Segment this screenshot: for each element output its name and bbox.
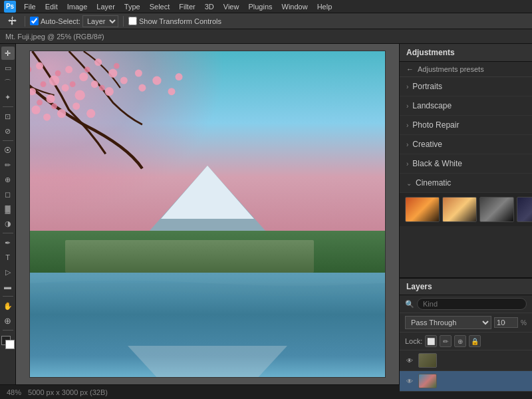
adjustment-cinematic-label: Cinematic [416, 178, 451, 188]
transform-controls-checkbox[interactable] [128, 17, 137, 25]
chevron-right-icon: › [406, 160, 408, 168]
svg-point-9 [62, 84, 69, 92]
tool-zoom[interactable]: ⊕ [1, 314, 15, 327]
svg-point-16 [43, 114, 51, 121]
auto-select-checkbox[interactable] [30, 17, 39, 25]
adjustment-landscape-label: Landscape [412, 101, 452, 110]
layers-search-input[interactable] [417, 298, 527, 310]
layer-eye-bg[interactable]: 👁 [405, 376, 414, 386]
fuji-reflection [128, 346, 287, 378]
svg-point-2 [49, 75, 59, 85]
tool-shape[interactable]: ▬ [1, 280, 15, 293]
adjustment-black-white[interactable]: › Black & White [400, 154, 532, 174]
svg-point-17 [57, 109, 66, 118]
menu-type[interactable]: Type [120, 1, 144, 12]
tool-eraser[interactable]: ◻ [1, 188, 15, 201]
fuji-mountain-snow [161, 166, 254, 219]
adjustment-landscape[interactable]: › Landscape [400, 96, 532, 116]
auto-select-dropdown[interactable]: Layer [82, 15, 118, 27]
dimensions: 5000 px x 3000 px (32B) [28, 388, 108, 396]
svg-point-32 [114, 63, 120, 69]
cinematic-thumb-3[interactable] [479, 197, 514, 222]
tool-pen[interactable]: ✒ [1, 236, 15, 249]
tool-sep-4 [3, 296, 13, 297]
tool-sep-5 [3, 330, 13, 331]
canvas-area [16, 44, 399, 384]
tool-hand[interactable]: ✋ [1, 299, 15, 313]
svg-point-1 [36, 63, 43, 70]
menu-layer[interactable]: Layer [92, 1, 119, 12]
adjustment-portraits[interactable]: › Portraits [400, 77, 532, 96]
main-area: ✛ ▭ ⌒ ✦ ⊡ ⊘ ⦿ ✏ ⊕ ◻ ▓ ◑ ✒ T ▷ ▬ ✋ ⊕ [0, 44, 532, 384]
menu-edit[interactable]: Edit [41, 1, 62, 12]
tool-type[interactable]: T [1, 251, 15, 264]
blending-mode-dropdown[interactable]: Pass Through [405, 316, 491, 329]
svg-point-33 [37, 100, 43, 106]
lock-all-btn[interactable]: 🔒 [469, 335, 481, 347]
svg-point-22 [152, 76, 161, 84]
menu-window[interactable]: Window [278, 1, 312, 12]
tool-dodge[interactable]: ◑ [1, 217, 15, 230]
tool-clone[interactable]: ⊕ [1, 173, 15, 186]
menu-file[interactable]: File [20, 1, 40, 12]
lock-image-btn[interactable]: ✏ [440, 335, 452, 347]
layers-blending-row: Pass Through % [400, 313, 532, 332]
adjustment-cinematic[interactable]: ⌄ Cinematic [400, 174, 532, 193]
menu-image[interactable]: Image [63, 1, 92, 12]
doc-tab[interactable]: Mt. Fuji.jpeg @ 25% (RGB/8#) [0, 29, 532, 44]
adjustment-portraits-label: Portraits [412, 82, 442, 91]
tool-brush[interactable]: ✏ [1, 158, 15, 172]
opacity-input[interactable] [494, 317, 518, 328]
adjustments-panel-header: Adjustments [400, 44, 532, 62]
menu-view[interactable]: View [219, 1, 243, 12]
svg-point-34 [51, 103, 57, 109]
toolbar-sep-1 [25, 16, 25, 27]
menu-help[interactable]: Help [313, 1, 336, 12]
adjustments-back-button[interactable]: ← Adjustments presets [400, 62, 532, 77]
svg-point-31 [99, 85, 105, 91]
auto-select-label: Auto-Select: [41, 17, 80, 25]
menu-filter[interactable]: Filter [175, 1, 199, 12]
adjustment-photo-repair[interactable]: › Photo Repair [400, 116, 532, 135]
tool-path-select[interactable]: ▷ [1, 265, 15, 279]
cinematic-thumb-1[interactable] [405, 197, 440, 222]
layers-lock-row: Lock: ⬜ ✏ ⊕ 🔒 [400, 332, 532, 350]
options-toolbar: Auto-Select: Layer Show Transform Contro… [0, 13, 532, 29]
svg-point-11 [91, 80, 98, 88]
search-icon: 🔍 [405, 300, 414, 309]
svg-point-6 [108, 68, 117, 77]
tool-spot-heal[interactable]: ⦿ [1, 144, 15, 157]
tool-select-rect[interactable]: ▭ [1, 61, 15, 74]
cinematic-thumb-4[interactable] [517, 197, 532, 222]
layer-thumb-folder [418, 353, 437, 368]
menu-select[interactable]: Select [146, 1, 174, 12]
canvas-image [29, 51, 386, 378]
transform-controls-label: Show Transform Controls [139, 17, 221, 25]
lock-artboard-btn[interactable]: ⊕ [454, 335, 466, 347]
foreground-color[interactable] [1, 336, 15, 349]
svg-point-5 [94, 59, 102, 66]
fuji-water [30, 273, 385, 377]
tool-gradient[interactable]: ▓ [1, 202, 15, 215]
tool-magic-wand[interactable]: ✦ [1, 90, 15, 104]
layers-title: Layers [406, 282, 432, 291]
adjustments-panel: Adjustments ← Adjustments presets › Port… [400, 44, 532, 278]
layer-row-bg[interactable]: 👁 [400, 371, 532, 392]
layer-eye-folder[interactable]: 👁 [405, 356, 414, 365]
tool-eyedropper[interactable]: ⊘ [1, 124, 15, 138]
tool-move[interactable]: ✛ [1, 47, 15, 60]
svg-point-8 [46, 94, 55, 103]
svg-point-18 [72, 102, 80, 110]
tool-sep-2 [3, 140, 13, 141]
menu-plugins[interactable]: Plugins [244, 1, 276, 12]
tool-lasso[interactable]: ⌒ [1, 76, 15, 89]
svg-point-10 [74, 90, 84, 100]
menu-3d[interactable]: 3D [201, 1, 218, 12]
adjustment-creative[interactable]: › Creative [400, 135, 532, 154]
tool-panel: ✛ ▭ ⌒ ✦ ⊡ ⊘ ⦿ ✏ ⊕ ◻ ▓ ◑ ✒ T ▷ ▬ ✋ ⊕ [0, 44, 16, 384]
lock-transparent-btn[interactable]: ⬜ [425, 335, 437, 347]
svg-point-27 [41, 81, 47, 87]
tool-crop[interactable]: ⊡ [1, 110, 15, 123]
layer-row-folder[interactable]: 👁 [400, 350, 532, 371]
cinematic-thumb-2[interactable] [442, 197, 477, 222]
